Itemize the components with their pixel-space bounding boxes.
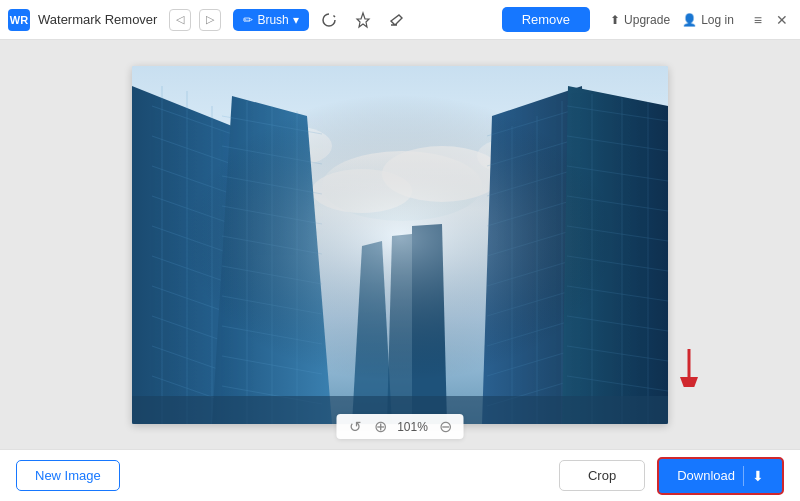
back-button[interactable]: ◁ bbox=[169, 9, 191, 31]
lasso-tool-button[interactable] bbox=[315, 6, 343, 34]
app-title: Watermark Remover bbox=[38, 12, 157, 27]
window-controls: ≡ ✕ bbox=[750, 10, 792, 30]
brush-dropdown-icon: ▾ bbox=[293, 13, 299, 27]
upgrade-icon: ⬆ bbox=[610, 13, 620, 27]
zoom-out-button[interactable]: ⊖ bbox=[437, 417, 454, 436]
tool-group: ✏ Brush ▾ bbox=[233, 6, 410, 34]
title-bar: WR Watermark Remover ◁ ▷ ✏ Brush ▾ bbox=[0, 0, 800, 40]
download-button[interactable]: Download ⬇ bbox=[657, 457, 784, 495]
zoom-controls: ↺ ⊕ 101% ⊖ bbox=[337, 414, 464, 439]
login-icon: 👤 bbox=[682, 13, 697, 27]
zoom-in-button[interactable]: ⊕ bbox=[372, 417, 389, 436]
brush-icon: ✏ bbox=[243, 13, 253, 27]
image-container bbox=[132, 66, 668, 424]
red-arrow-indicator bbox=[673, 347, 705, 391]
svg-rect-66 bbox=[132, 66, 668, 424]
brush-label: Brush bbox=[257, 13, 288, 27]
erase-tool-button[interactable] bbox=[383, 6, 411, 34]
login-label: Log in bbox=[701, 13, 734, 27]
skyscraper-image bbox=[132, 66, 668, 424]
download-label: Download bbox=[677, 468, 735, 483]
forward-button[interactable]: ▷ bbox=[199, 9, 221, 31]
close-button[interactable]: ✕ bbox=[772, 10, 792, 30]
upgrade-button[interactable]: ⬆ Upgrade bbox=[610, 13, 670, 27]
zoom-level: 101% bbox=[397, 420, 429, 434]
pin-tool-button[interactable] bbox=[349, 6, 377, 34]
login-button[interactable]: 👤 Log in bbox=[682, 13, 734, 27]
crop-button[interactable]: Crop bbox=[559, 460, 645, 491]
remove-button[interactable]: Remove bbox=[502, 7, 590, 32]
download-divider bbox=[743, 466, 744, 486]
main-canvas-area: ↺ ⊕ 101% ⊖ bbox=[0, 40, 800, 449]
zoom-reset-button[interactable]: ↺ bbox=[347, 418, 364, 436]
download-icon: ⬇ bbox=[752, 468, 764, 484]
close-icon: ✕ bbox=[776, 12, 788, 28]
brush-tool-button[interactable]: ✏ Brush ▾ bbox=[233, 9, 308, 31]
right-actions: ⬆ Upgrade 👤 Log in ≡ ✕ bbox=[610, 10, 792, 30]
app-logo: WR bbox=[8, 9, 30, 31]
new-image-button[interactable]: New Image bbox=[16, 460, 120, 491]
menu-button[interactable]: ≡ bbox=[750, 10, 766, 30]
bottom-bar: New Image Crop Download ⬇ bbox=[0, 449, 800, 501]
image-canvas bbox=[132, 66, 668, 424]
upgrade-label: Upgrade bbox=[624, 13, 670, 27]
